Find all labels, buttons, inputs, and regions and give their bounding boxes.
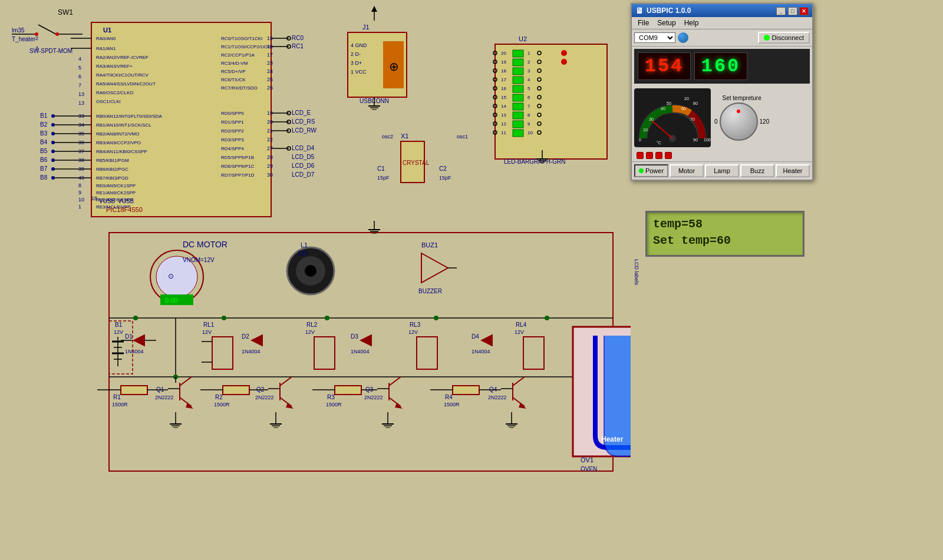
- svg-text:LCD_E: LCD_E: [292, 110, 311, 116]
- gauge-area: 0 50 80 100 30 70 40 60 °C 20 90 10 Set …: [632, 86, 812, 150]
- svg-text:OVEN: OVEN: [581, 466, 597, 472]
- svg-text:T_heater: T_heater: [12, 36, 36, 42]
- svg-text:2 D-: 2 D-: [351, 51, 361, 57]
- svg-point-382: [561, 59, 567, 65]
- svg-text:OV1: OV1: [581, 456, 594, 463]
- svg-text:7: 7: [78, 82, 81, 88]
- motor-button[interactable]: Motor: [670, 164, 704, 177]
- lamp-label: Lamp: [714, 167, 730, 174]
- svg-text:OSC1/CLKI: OSC1/CLKI: [96, 99, 121, 104]
- svg-text:RA1/AN1: RA1/AN1: [96, 46, 116, 51]
- com-port-select[interactable]: COM9: [634, 32, 675, 43]
- svg-text:50: 50: [667, 101, 671, 105]
- power-label: Power: [645, 167, 664, 174]
- svg-point-117: [51, 123, 55, 127]
- svg-text:B6: B6: [40, 157, 48, 163]
- seg-display-1: 154: [638, 52, 691, 80]
- menu-file[interactable]: File: [634, 18, 652, 28]
- buzz-button[interactable]: Buzz: [740, 164, 774, 177]
- svg-text:40: 40: [661, 107, 665, 111]
- svg-text:1500R: 1500R: [444, 402, 460, 407]
- svg-rect-325: [335, 386, 361, 395]
- svg-text:R3: R3: [327, 394, 335, 400]
- minimize-button[interactable]: _: [776, 7, 786, 15]
- svg-text:18: 18: [91, 195, 97, 201]
- svg-text:RC6/TX/CK: RC6/TX/CK: [221, 77, 246, 82]
- connect-led: [764, 35, 770, 41]
- usbpic-window: 🖥 USBPIC 1.0.0 _ □ ✕ File Setup Help COM…: [631, 3, 813, 181]
- svg-rect-179: [513, 121, 523, 128]
- svg-text:RL1: RL1: [203, 322, 215, 328]
- svg-text:14: 14: [501, 104, 506, 109]
- window-controls: _ □ ✕: [776, 6, 809, 15]
- svg-text:R1: R1: [113, 394, 121, 400]
- power-button[interactable]: Power: [634, 164, 668, 177]
- lamp-button[interactable]: Lamp: [705, 164, 739, 177]
- svg-text:6: 6: [527, 95, 530, 100]
- heater-label: Heater: [783, 167, 802, 174]
- set-temp-knob-area: Set tempreture 0 120: [714, 95, 769, 141]
- led-indicator-2: [646, 152, 653, 159]
- svg-text:RD4/SPP4: RD4/SPP4: [221, 146, 244, 151]
- svg-text:100: 100: [704, 138, 711, 142]
- svg-text:lm35: lm35: [12, 27, 25, 34]
- heater-button[interactable]: Heater: [776, 164, 810, 177]
- svg-text:RA6/OSC2/CLKO: RA6/OSC2/CLKO: [96, 90, 134, 95]
- svg-text:RD6/SPP6/P1C: RD6/SPP6/P1C: [221, 164, 255, 169]
- svg-text:10: 10: [78, 197, 84, 203]
- temperature-knob[interactable]: [720, 102, 758, 141]
- motor-label: Motor: [678, 167, 695, 174]
- svg-rect-176: [513, 94, 523, 101]
- svg-text:D2: D2: [242, 333, 249, 340]
- menu-setup[interactable]: Setup: [654, 18, 679, 28]
- svg-text:RA5/AN4/SS/LVDIN/C2OUT: RA5/AN4/SS/LVDIN/C2OUT: [96, 81, 156, 87]
- svg-text:29: 29: [267, 163, 273, 169]
- knob-min-label: 0: [714, 118, 718, 125]
- svg-rect-177: [513, 103, 523, 110]
- close-button[interactable]: ✕: [799, 7, 809, 15]
- svg-text:B5: B5: [40, 148, 48, 154]
- svg-text:12V: 12V: [298, 250, 308, 257]
- svg-text:30: 30: [267, 172, 273, 178]
- svg-text:RC0: RC0: [292, 35, 304, 41]
- svg-text:RC1: RC1: [292, 43, 304, 49]
- svg-text:U1: U1: [103, 26, 111, 34]
- connect-button[interactable]: Disconnect: [758, 32, 810, 44]
- svg-text:C2: C2: [439, 165, 447, 172]
- lcd-panel: temp=58 Set temp=60: [645, 211, 804, 257]
- svg-text:RD0/SPP0: RD0/SPP0: [221, 111, 244, 116]
- svg-text:2N2222: 2N2222: [255, 395, 274, 400]
- svg-text:20: 20: [501, 51, 506, 56]
- svg-text:17: 17: [501, 77, 506, 82]
- svg-text:U2: U2: [519, 35, 527, 42]
- svg-text:°C: °C: [657, 141, 661, 145]
- svg-text:4: 4: [78, 56, 81, 62]
- menu-help[interactable]: Help: [681, 18, 703, 28]
- svg-text:⊕: ⊕: [389, 60, 399, 73]
- svg-text:10: 10: [527, 130, 533, 135]
- buzz-label: Buzz: [750, 167, 764, 174]
- maximize-button[interactable]: □: [788, 7, 797, 15]
- svg-point-236: [305, 265, 316, 277]
- svg-rect-169: [495, 44, 607, 159]
- svg-text:15pF: 15pF: [439, 175, 451, 181]
- svg-text:1500R: 1500R: [214, 402, 230, 407]
- svg-text:2N2222: 2N2222: [488, 395, 507, 400]
- svg-text:13: 13: [501, 112, 506, 118]
- svg-point-123: [51, 141, 55, 144]
- svg-text:15pF: 15pF: [377, 175, 390, 181]
- svg-text:RC5/D+/VP: RC5/D+/VP: [221, 69, 246, 74]
- svg-text:B3: B3: [40, 130, 48, 137]
- svg-text:RA3/AN3/VREF+: RA3/AN3/VREF+: [96, 64, 133, 69]
- svg-point-120: [51, 132, 55, 135]
- svg-text:12V: 12V: [305, 329, 315, 335]
- svg-text:12V: 12V: [202, 329, 212, 335]
- svg-text:LCD_RS: LCD_RS: [292, 118, 315, 125]
- svg-text:RB5/KBI1/PGM: RB5/KBI1/PGM: [96, 158, 129, 163]
- svg-text:BUZ1: BUZ1: [421, 241, 438, 248]
- svg-text:9: 9: [527, 121, 530, 127]
- svg-text:12V: 12V: [515, 329, 524, 335]
- svg-text:B1: B1: [115, 322, 123, 328]
- svg-text:12V: 12V: [408, 329, 418, 335]
- knob-indicator: [737, 110, 740, 113]
